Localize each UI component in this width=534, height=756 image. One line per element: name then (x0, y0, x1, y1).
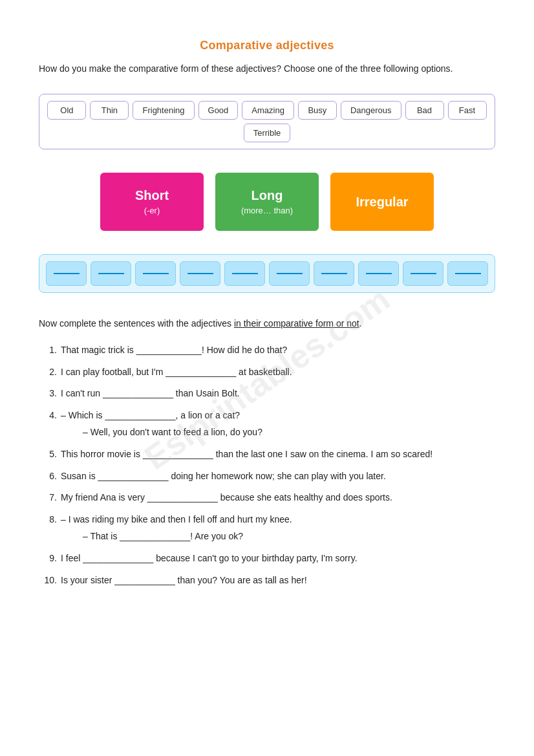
sentence-number: 3. (39, 386, 57, 402)
sentence-number: 6. (39, 469, 57, 484)
answer-slot (91, 261, 131, 286)
adjective-chip: Thin (90, 101, 129, 120)
sentence-number: 5. (39, 447, 57, 462)
sentence-number: 4. (39, 408, 57, 440)
intro-text: How do you make the comparative form of … (39, 61, 495, 76)
slots-row (39, 254, 495, 293)
answer-slot (403, 261, 443, 286)
answer-slot (46, 261, 87, 286)
list-item: 3.I can't run ______________ than Usain … (39, 386, 495, 402)
sentence-text: Susan is ______________ doing her homewo… (61, 469, 495, 484)
adjective-chip: Bad (405, 101, 444, 120)
sentences-list: 1.That magic trick is _____________! How… (39, 343, 495, 589)
sentence-extra: – That is ______________! Are you ok? (83, 529, 495, 545)
answer-slot (180, 261, 220, 286)
list-item: 6.Susan is ______________ doing her home… (39, 469, 495, 484)
adjective-chip: Frightening (133, 101, 194, 120)
sentence-text: I feel ______________ because I can't go… (61, 551, 495, 567)
sentence-number: 8. (39, 512, 57, 545)
sentence-number: 2. (39, 365, 57, 380)
list-item: 2.I can play football, but I'm _________… (39, 365, 495, 380)
category-box: Long(more… than) (215, 173, 319, 231)
category-row: Short(-er)Long(more… than)Irregular (39, 173, 495, 231)
list-item: 1.That magic trick is _____________! How… (39, 343, 495, 358)
sentence-number: 9. (39, 551, 57, 567)
sentence-instructions: Now complete the sentences with the adje… (39, 316, 495, 330)
list-item: 10.Is your sister ____________ than you?… (39, 573, 495, 589)
sentence-extra: – Well, you don't want to feed a lion, d… (83, 425, 495, 440)
answer-slot (224, 261, 265, 286)
adjective-row: OldThinFrighteningGoodAmazingBusyDangero… (39, 94, 495, 149)
list-item: 5.This horror movie is ______________ th… (39, 447, 495, 462)
sentence-number: 10. (39, 573, 57, 589)
category-box: Irregular (330, 173, 434, 231)
adjective-chip: Amazing (242, 101, 294, 120)
sentence-text: – Which is ______________, a lion or a c… (61, 408, 495, 440)
list-item: 9.I feel ______________ because I can't … (39, 551, 495, 567)
sentence-text: Is your sister ____________ than you? Yo… (61, 573, 495, 589)
sentence-text: This horror movie is ______________ than… (61, 447, 495, 462)
adjective-chip: Fast (448, 101, 487, 120)
sentence-text: I can play football, but I'm ___________… (61, 365, 495, 380)
sentence-number: 1. (39, 343, 57, 358)
sentence-text: – I was riding my bike and then I fell o… (61, 512, 495, 545)
adjective-chip: Busy (298, 101, 337, 120)
sentence-text: My friend Ana is very ______________ bec… (61, 490, 495, 506)
answer-slot (314, 261, 354, 286)
adjective-chip: Good (198, 101, 239, 120)
list-item: 8.– I was riding my bike and then I fell… (39, 512, 495, 545)
list-item: 7.My friend Ana is very ______________ b… (39, 490, 495, 506)
sentence-text: That magic trick is _____________! How d… (61, 343, 495, 358)
adjective-chip: Dangerous (341, 101, 401, 120)
sentence-text: I can't run ______________ than Usain Bo… (61, 386, 495, 402)
sentence-number: 7. (39, 490, 57, 506)
list-item: 4.– Which is ______________, a lion or a… (39, 408, 495, 440)
adjective-chip: Old (47, 101, 86, 120)
answer-slot (269, 261, 310, 286)
adjective-chip: Terrible (244, 124, 291, 142)
answer-slot (135, 261, 176, 286)
category-box: Short(-er) (100, 173, 204, 231)
answer-slot (358, 261, 399, 286)
page-title: Comparative adjectives (39, 39, 495, 52)
answer-slot (447, 261, 488, 286)
